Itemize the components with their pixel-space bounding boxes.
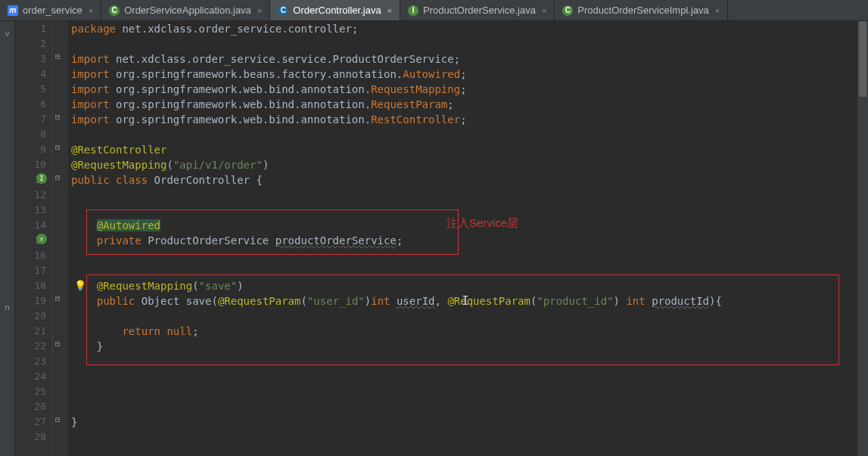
line-number: 13 <box>15 203 46 218</box>
line-number: 4 <box>15 67 46 82</box>
tab-service-java[interactable]: I ProductOrderService.java × <box>400 0 555 20</box>
line-number: 6 <box>15 97 46 112</box>
fold-icon[interactable]: ⊟ <box>55 142 61 152</box>
close-icon[interactable]: × <box>257 6 262 15</box>
line-number: 25 <box>15 384 46 399</box>
line-number: 8 <box>15 127 46 142</box>
code-line: @RestController <box>71 142 854 157</box>
tab-controller-java[interactable]: C OrderController.java × <box>270 0 400 20</box>
code-line <box>71 430 854 445</box>
code-line: import org.springframework.web.bind.anno… <box>71 82 854 97</box>
line-number: 12 <box>15 188 46 203</box>
code-line: } <box>71 414 854 430</box>
code-line <box>71 309 854 324</box>
fold-icon[interactable]: ⊟ <box>55 339 61 349</box>
code-line: import org.springframework.web.bind.anno… <box>71 112 854 127</box>
tab-label: OrderController.java <box>293 5 381 16</box>
bulb-icon[interactable]: 💡 <box>74 280 86 291</box>
fold-icon[interactable]: ⊟ <box>55 172 61 182</box>
code-line: import org.springframework.web.bind.anno… <box>71 97 854 112</box>
tab-label: order_service <box>23 5 82 16</box>
fold-icon[interactable]: ⊟ <box>55 112 61 122</box>
code-line <box>71 399 854 414</box>
code-line <box>71 248 854 263</box>
code-line <box>71 188 854 203</box>
line-number: 21 <box>15 324 46 339</box>
text-cursor-icon: 𝙸 <box>462 293 469 308</box>
code-line <box>71 369 854 384</box>
code-line <box>71 127 854 142</box>
code-line: return null; <box>71 324 854 339</box>
tab-label: OrderServiceApplication.java <box>124 5 251 16</box>
code-line: @RequestMapping("save") <box>71 278 854 293</box>
close-icon[interactable]: × <box>542 6 546 15</box>
tab-impl-java[interactable]: C ProductOrderServiceImpl.java × <box>555 0 728 20</box>
code-line: } <box>71 339 854 354</box>
line-number: 28 <box>15 430 46 445</box>
tool-window-bar: v n <box>0 21 15 456</box>
line-number: 23 <box>15 354 46 369</box>
class-icon: C <box>109 5 120 16</box>
fold-icon[interactable]: ⊟ <box>55 51 61 61</box>
line-number: 7 <box>15 112 46 127</box>
code-line <box>71 354 854 369</box>
sidebar-letter: v <box>5 29 10 38</box>
editor-area: v n 123456789101112131415161718192021222… <box>0 21 868 456</box>
line-number: 17 <box>15 263 46 278</box>
fold-icon[interactable]: ⊟ <box>55 293 61 303</box>
class-icon: C <box>278 5 288 16</box>
fold-icon[interactable]: ⊟ <box>55 414 61 424</box>
close-icon[interactable]: × <box>387 6 392 15</box>
line-number: 3 <box>15 51 46 67</box>
class-icon: C <box>562 5 573 16</box>
sidebar-letter: n <box>5 302 9 312</box>
code-line <box>71 384 854 399</box>
line-number: 18 <box>15 278 46 293</box>
line-number: 16 <box>15 248 46 263</box>
line-number: 5 <box>15 82 46 97</box>
line-number: 10 <box>15 157 46 172</box>
implements-icon: ↑ <box>36 234 47 244</box>
line-number: 24 <box>15 369 46 384</box>
line-number: 1 <box>15 21 46 36</box>
tab-label: ProductOrderServiceImpl.java <box>577 5 708 16</box>
close-icon[interactable]: × <box>715 6 720 15</box>
tab-app-java[interactable]: C OrderServiceApplication.java × <box>101 0 270 20</box>
tab-label: ProductOrderService.java <box>423 5 536 16</box>
code-line: private ProductOrderService productOrder… <box>71 233 854 248</box>
code-line: import org.springframework.beans.factory… <box>71 67 854 82</box>
code-line: @RequestMapping("api/v1/order") <box>71 157 854 172</box>
tab-order-service[interactable]: m order_service × <box>0 0 101 20</box>
line-number: 22 <box>15 339 46 354</box>
line-number: 26 <box>15 399 46 414</box>
code-line: public class OrderController { <box>71 172 854 188</box>
code-editor[interactable]: package net.xdclass.order_service.contro… <box>68 21 857 456</box>
code-line: import net.xdclass.order_service.service… <box>71 51 854 67</box>
line-number: 9 <box>15 142 46 157</box>
annotation-label: 注入Service层 <box>446 216 518 231</box>
line-number: 20 <box>15 309 46 324</box>
line-number: 14 <box>15 218 46 233</box>
gutter-icons: ⊟ ⊟ ⊟ ⊟ ⊟ ⊟ ⊟ <box>53 21 68 456</box>
scrollbar-thumb[interactable] <box>859 21 866 97</box>
module-icon: m <box>8 5 18 16</box>
implements-icon: I <box>36 173 47 184</box>
code-line <box>71 203 854 218</box>
line-number: 27 <box>15 414 46 430</box>
code-line <box>71 36 854 51</box>
code-line <box>71 263 854 278</box>
close-icon[interactable]: × <box>89 6 93 15</box>
interface-icon: I <box>408 5 418 16</box>
tab-bar: m order_service × C OrderServiceApplicat… <box>0 0 868 21</box>
vertical-scrollbar[interactable] <box>857 21 868 456</box>
code-line: package net.xdclass.order_service.contro… <box>71 21 854 36</box>
line-number: 2 <box>15 36 46 51</box>
line-number-gutter[interactable]: 1234567891011121314151617181920212223242… <box>15 21 53 456</box>
line-number: 19 <box>15 293 46 309</box>
